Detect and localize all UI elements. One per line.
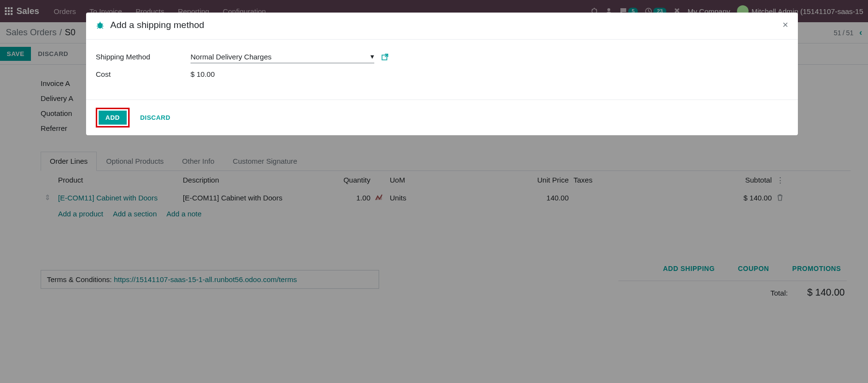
external-link-icon[interactable] <box>381 53 389 61</box>
shipping-method-value: Normal Delivery Charges <box>191 53 272 61</box>
add-shipping-modal: Add a shipping method × Shipping Method … <box>86 13 798 135</box>
shipping-method-select[interactable]: Normal Delivery Charges ▾ <box>191 50 374 63</box>
svg-line-17 <box>97 24 98 25</box>
modal-title: Add a shipping method <box>110 20 204 30</box>
modal-header: Add a shipping method × <box>86 13 798 40</box>
cost-label: Cost <box>96 70 191 78</box>
add-button-highlight: ADD <box>96 108 130 128</box>
modal-footer: ADD DISCARD <box>86 99 798 135</box>
bug-icon[interactable] <box>96 21 104 29</box>
cost-value: $ 10.00 <box>191 70 215 78</box>
modal-discard-button[interactable]: DISCARD <box>133 111 177 125</box>
modal-body: Shipping Method Normal Delivery Charges … <box>86 40 798 99</box>
svg-point-15 <box>98 23 103 28</box>
shipping-method-label: Shipping Method <box>96 53 191 61</box>
svg-line-21 <box>97 28 98 28</box>
caret-down-icon: ▾ <box>370 52 374 61</box>
close-icon[interactable]: × <box>782 19 788 30</box>
modal-add-button[interactable]: ADD <box>99 111 127 125</box>
svg-line-22 <box>102 28 103 28</box>
svg-line-18 <box>102 24 103 25</box>
